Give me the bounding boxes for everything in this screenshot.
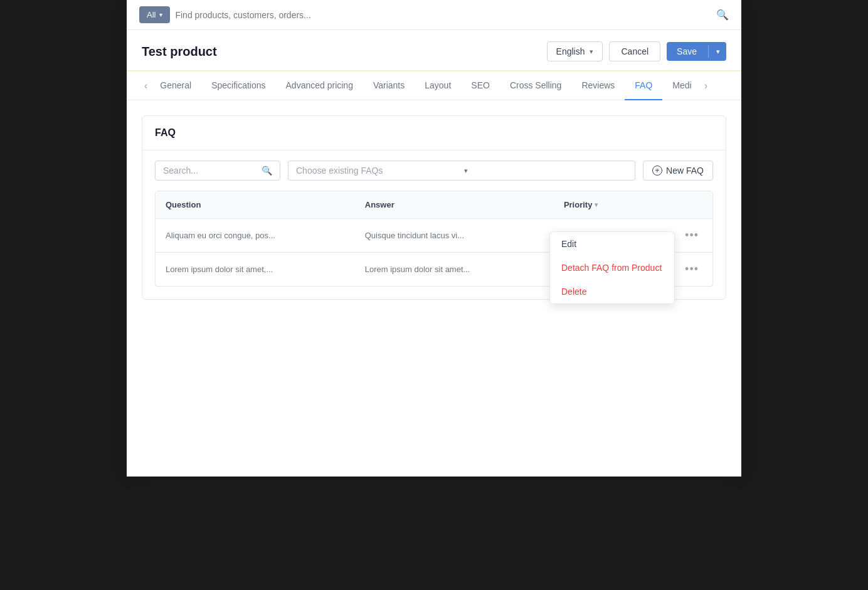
page-header: Test product English ▾ Cancel Save ▾ [127,30,741,71]
sort-icon: ▾ [595,201,598,208]
all-dropdown[interactable]: All ▾ [139,6,170,23]
faq-question-2: Lorem ipsum dolor sit amet,... [156,253,355,287]
context-menu-detach[interactable]: Detach FAQ from Product [550,256,674,280]
new-faq-button[interactable]: + New FAQ [643,161,713,181]
tab-faq[interactable]: FAQ [625,71,662,100]
tab-cross-selling[interactable]: Cross Selling [500,71,571,100]
save-button[interactable]: Save [667,42,707,61]
faq-search-field: 🔍 [155,161,280,181]
tab-variants[interactable]: Variants [363,71,415,100]
faq-dots-1[interactable]: ••• [671,219,712,253]
faq-answer-2: Lorem ipsum dolor sit amet... [355,253,554,287]
chevron-down-icon: ▾ [590,48,593,56]
save-dropdown-arrow[interactable]: ▾ [710,43,726,60]
page-title: Test product [142,45,217,59]
col-header-answer: Answer [355,191,554,219]
button-divider [708,45,709,58]
main-container: All ▾ 🔍 Test product English ▾ Cancel Sa… [127,0,741,477]
cancel-button[interactable]: Cancel [609,41,660,61]
save-button-group: Save ▾ [667,42,726,61]
faq-choose-dropdown[interactable]: Choose existing FAQs ▾ [288,161,635,181]
tab-general[interactable]: General [150,71,201,100]
tab-medi[interactable]: Medi [662,71,701,100]
global-search-input[interactable] [175,10,711,20]
tab-specifications[interactable]: Specifications [201,71,275,100]
faq-dots-2[interactable]: ••• [671,253,712,287]
row-menu-button-1[interactable]: ••• [681,228,702,243]
faq-section: FAQ 🔍 Choose existing FAQs ▾ + New FAQ [142,115,726,300]
col-header-action1 [620,191,649,219]
tab-bar: ‹ General Specifications Advanced pricin… [127,71,741,100]
faq-search-input[interactable] [163,166,257,176]
faq-question-1: Aliquam eu orci congue, pos... [156,219,355,253]
topbar: All ▾ 🔍 [127,0,741,30]
chevron-down-icon: ▾ [464,167,627,175]
language-label: English [556,46,585,56]
faq-answer-1: Quisque tincidunt lacus vi... [355,219,554,253]
context-menu-edit[interactable]: Edit [550,232,674,256]
new-faq-label: New FAQ [666,166,704,176]
col-header-priority[interactable]: Priority ▾ [554,191,620,219]
faq-section-header: FAQ [142,116,726,150]
col-header-action2 [649,191,671,219]
faq-controls: 🔍 Choose existing FAQs ▾ + New FAQ [142,150,726,191]
faq-section-title: FAQ [155,127,713,139]
search-icon: 🔍 [716,9,729,21]
tab-reviews[interactable]: Reviews [571,71,625,100]
search-icon: 🔍 [262,166,272,176]
tab-seo[interactable]: SEO [461,71,500,100]
tab-next-button[interactable]: › [702,73,710,99]
all-label: All [147,10,156,19]
context-menu: Edit Detach FAQ from Product Delete [549,231,675,304]
col-header-question: Question [156,191,355,219]
plus-circle-icon: + [652,166,662,176]
context-menu-delete[interactable]: Delete [550,280,674,303]
tab-prev-button[interactable]: ‹ [142,73,150,99]
tab-layout[interactable]: Layout [415,71,461,100]
language-selector[interactable]: English ▾ [547,41,603,61]
global-search [175,10,711,20]
tab-advanced-pricing[interactable]: Advanced pricing [276,71,363,100]
faq-choose-label: Choose existing FAQs [296,166,459,176]
row-menu-button-2[interactable]: ••• [681,261,702,277]
chevron-down-icon: ▾ [159,11,162,18]
col-header-dots [671,191,712,219]
header-actions: English ▾ Cancel Save ▾ [547,41,726,61]
faq-table-container: Question Answer Priority ▾ [155,191,713,287]
